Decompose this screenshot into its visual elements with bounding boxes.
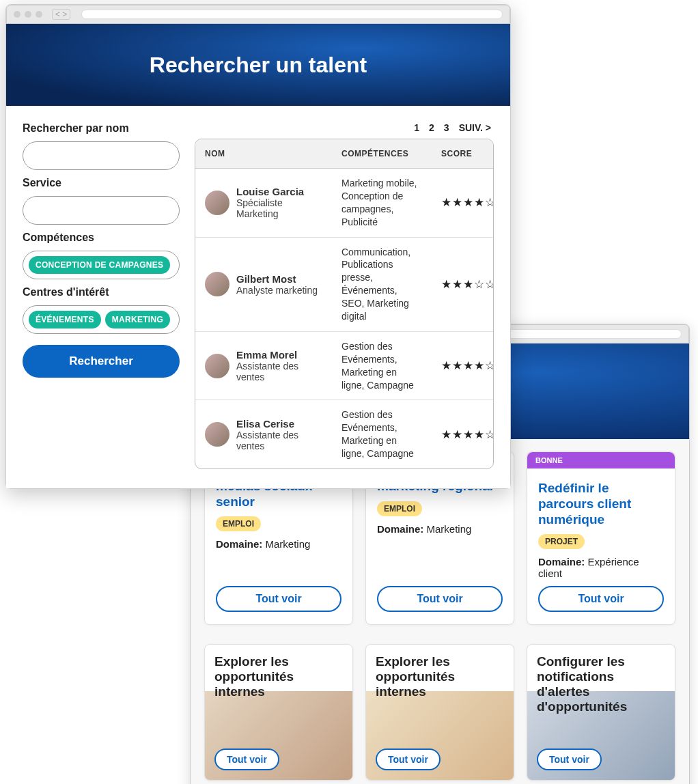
name-cell: Gilbert MostAnalyste marketing	[195, 264, 332, 305]
card-domain: Domaine: Marketing	[377, 523, 503, 535]
interests-input[interactable]: ÉVÉNEMENTS MARKETING	[23, 305, 180, 334]
score-cell: ★★★★☆	[432, 350, 493, 381]
table-row[interactable]: Louise GarciaSpécialiste MarketingMarket…	[195, 169, 493, 237]
url-bar	[81, 10, 503, 19]
page-title: Rechercher un talent	[150, 53, 367, 78]
table-row[interactable]: Emma MorelAssistante des ventesGestion d…	[195, 331, 493, 400]
card-tag: EMPLOI	[377, 501, 422, 516]
person-role: Spécialiste Marketing	[236, 197, 322, 219]
name-cell: Emma MorelAssistante des ventes	[195, 341, 332, 391]
view-all-button[interactable]: Tout voir	[538, 586, 664, 612]
skills-cell: Gestion des Evénements, Marketing en lig…	[332, 332, 432, 400]
view-all-button[interactable]: Tout voir	[537, 748, 602, 770]
card-tag: PROJET	[538, 534, 585, 549]
person-role: Assistante des ventes	[236, 361, 322, 382]
score-cell: ★★★★☆	[432, 187, 493, 218]
pagination: 1 2 3 SUIV. >	[195, 122, 494, 133]
chip[interactable]: MARKETING	[105, 311, 170, 328]
skills-cell: Communication, Publications presse, Évén…	[332, 238, 432, 331]
card-tag: EMPLOI	[216, 516, 261, 531]
traffic-light-dot	[14, 11, 20, 18]
avatar	[205, 422, 229, 447]
skills-cell: Gestion des Evénements, Marketing en lig…	[332, 400, 432, 468]
search-name-input[interactable]	[23, 141, 180, 170]
window-chrome: < >	[6, 5, 510, 24]
view-all-button[interactable]: Tout voir	[377, 586, 503, 612]
score-cell: ★★★★☆	[432, 419, 493, 450]
col-skills: COMPÉTENCES	[332, 139, 432, 168]
col-name: NOM	[195, 139, 332, 168]
search-button[interactable]: Rechercher	[23, 345, 180, 378]
label-service: Service	[23, 177, 180, 189]
avatar	[205, 191, 229, 215]
label-interests: Centres d'intérêt	[23, 286, 180, 298]
service-input[interactable]	[23, 196, 180, 225]
results-table: NOM COMPÉTENCES SCORE Louise GarciaSpéci…	[195, 139, 494, 469]
traffic-light-dot	[25, 11, 31, 18]
chip[interactable]: CONCEPTION DE CAMPAGNES	[29, 256, 170, 274]
page-next[interactable]: SUIV. >	[459, 122, 491, 133]
score-cell: ★★★☆☆	[432, 269, 493, 300]
card-domain: Domaine: Marketing	[216, 538, 341, 550]
search-filters: Rechercher par nom Service Compétences C…	[23, 122, 180, 469]
traffic-light-dot	[36, 11, 42, 18]
tile-title: Explorer les opportunités internes	[214, 654, 343, 699]
person-role: Assistante des ventes	[236, 430, 322, 451]
hero-banner: Rechercher un talent	[6, 24, 510, 106]
person-role: Analyste marketing	[236, 285, 318, 296]
promo-tile[interactable]: Explorer les opportunités internes Tout …	[204, 644, 353, 781]
tile-title: Configurer les notifications d'alertes d…	[537, 654, 665, 714]
card-badge: BONNE	[527, 452, 675, 468]
chip[interactable]: ÉVÉNEMENTS	[29, 311, 101, 328]
promo-tile[interactable]: Explorer les opportunités internes Tout …	[365, 644, 514, 781]
opportunities-content: Responsable des médias sociaux senior EM…	[191, 439, 689, 784]
card-domain: Domaine: Expérience client	[538, 556, 664, 579]
name-cell: Elisa CeriseAssistante des ventes	[195, 410, 332, 460]
person-name: Louise Garcia	[236, 186, 322, 197]
table-row[interactable]: Elisa CeriseAssistante des ventesGestion…	[195, 400, 493, 468]
view-all-button[interactable]: Tout voir	[376, 748, 441, 770]
results-column: 1 2 3 SUIV. > NOM COMPÉTENCES SCORE Loui…	[195, 122, 494, 469]
avatar	[205, 272, 229, 296]
job-card[interactable]: BONNE Redéfinir le parcours client numér…	[527, 451, 675, 625]
skills-cell: Marketing mobile, Conception de campagne…	[332, 169, 432, 237]
card-title: Redéfinir le parcours client numérique	[538, 481, 664, 527]
page-link[interactable]: 3	[444, 122, 449, 133]
page-link[interactable]: 1	[414, 122, 419, 133]
view-all-button[interactable]: Tout voir	[214, 748, 279, 770]
view-all-button[interactable]: Tout voir	[216, 586, 341, 612]
talent-search-window: < > Rechercher un talent Rechercher par …	[5, 4, 511, 489]
person-name: Gilbert Most	[236, 273, 318, 285]
nav-arrows-icon: < >	[52, 9, 70, 20]
tile-title: Explorer les opportunités internes	[376, 654, 504, 699]
search-body: Rechercher par nom Service Compétences C…	[6, 106, 510, 488]
promo-tile[interactable]: Configurer les notifications d'alertes d…	[527, 644, 675, 781]
table-header: NOM COMPÉTENCES SCORE	[195, 139, 493, 169]
col-score: SCORE	[432, 139, 493, 168]
page-link[interactable]: 2	[429, 122, 434, 133]
label-search-name: Rechercher par nom	[23, 122, 180, 135]
competences-input[interactable]: CONCEPTION DE CAMPAGNES	[23, 251, 180, 279]
label-competences: Compétences	[23, 232, 180, 244]
promo-tiles-row: Explorer les opportunités internes Tout …	[204, 644, 675, 781]
person-name: Elisa Cerise	[236, 418, 322, 430]
person-name: Emma Morel	[236, 349, 322, 361]
table-row[interactable]: Gilbert MostAnalyste marketingCommunicat…	[195, 237, 493, 331]
name-cell: Louise GarciaSpécialiste Marketing	[195, 178, 332, 227]
avatar	[205, 354, 229, 378]
